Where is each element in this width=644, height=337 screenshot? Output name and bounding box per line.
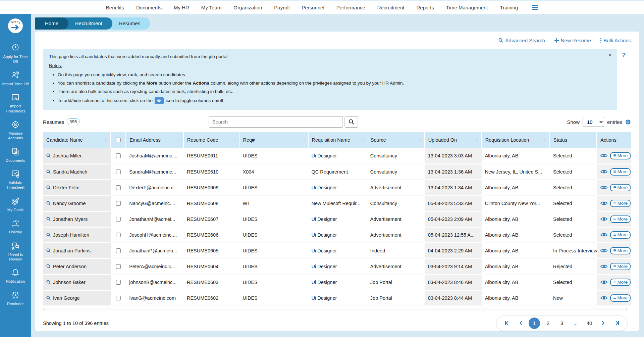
row-checkbox[interactable] <box>116 170 121 174</box>
page-button-1[interactable]: 1 <box>529 318 540 329</box>
close-icon[interactable]: × <box>608 52 611 58</box>
sidebar-item-apply-time-off[interactable]: Apply for Time Off <box>1 43 30 64</box>
candidate-search-icon[interactable] <box>46 280 51 284</box>
sidebar-item-validate-timesheet[interactable]: Validate Timesheet <box>1 169 30 190</box>
row-checkbox[interactable] <box>116 264 121 269</box>
select-all-checkbox[interactable] <box>116 138 121 142</box>
more-button[interactable]: ≡More <box>610 263 631 270</box>
topnav-item[interactable]: Personnel <box>302 5 324 10</box>
page-size-select[interactable]: 10 <box>583 117 604 127</box>
more-button[interactable]: ≡More <box>610 200 631 207</box>
sidebar-item-import-time-off[interactable]: Import Time Off <box>1 70 30 86</box>
sort-icon[interactable]: ↑↓ <box>302 138 305 142</box>
bulk-actions-button[interactable]: Bulk Actions <box>600 38 631 43</box>
candidate-search-icon[interactable] <box>46 201 51 205</box>
hamburger-menu-icon[interactable] <box>532 5 538 10</box>
sort-icon[interactable]: ↑↓ <box>419 138 422 142</box>
topnav-item[interactable]: Recruitment <box>377 5 405 10</box>
column-header-resume-code[interactable]: Resume Code↑↓ <box>183 132 239 148</box>
more-button[interactable]: ≡More <box>610 294 631 302</box>
row-checkbox[interactable] <box>116 153 121 158</box>
candidate-search-icon[interactable] <box>46 233 51 237</box>
sidebar-menu-button[interactable]: Menu <box>8 18 23 35</box>
sort-icon[interactable]: ↑↓ <box>177 138 180 142</box>
next-page-button[interactable] <box>597 318 609 329</box>
row-checkbox[interactable] <box>116 280 121 285</box>
column-settings-gear-icon[interactable] <box>625 119 631 125</box>
column-header-uploaded-on[interactable]: Uploaded On↑↓ <box>425 132 482 148</box>
more-button[interactable]: ≡More <box>610 215 631 223</box>
candidate-search-icon[interactable] <box>46 264 51 269</box>
sidebar-item-documents[interactable]: Documents <box>1 147 30 163</box>
first-page-button[interactable] <box>501 318 513 329</box>
topnav-item[interactable]: My Team <box>201 5 222 10</box>
page-button-3[interactable]: 3 <box>556 318 568 329</box>
sort-icon[interactable]: ↑↓ <box>544 138 547 142</box>
sidebar-item-import-timesheets[interactable]: Import Timesheets <box>1 92 30 113</box>
row-checkbox[interactable] <box>116 185 121 190</box>
sidebar-item-notification[interactable]: Notification <box>1 268 30 284</box>
more-button[interactable]: ≡More <box>610 231 631 239</box>
sort-icon[interactable]: ↑↓ <box>233 138 236 142</box>
column-header-source[interactable]: Source↑↓ <box>367 132 425 148</box>
view-button[interactable] <box>600 153 608 158</box>
view-button[interactable] <box>600 248 608 253</box>
candidate-search-icon[interactable] <box>46 296 51 300</box>
sort-icon-active-desc[interactable]: ↑↓ <box>476 138 479 142</box>
candidate-search-icon[interactable] <box>46 170 51 174</box>
sidebar-item-i-need-to-review[interactable]: I Need to Review <box>1 241 30 262</box>
search-button[interactable] <box>344 116 358 128</box>
sidebar-item-my-goals[interactable]: My Goals <box>1 196 30 212</box>
last-page-button[interactable] <box>611 318 623 329</box>
topnav-item[interactable]: Training <box>500 5 518 10</box>
view-button[interactable] <box>600 280 608 285</box>
prev-page-button[interactable] <box>515 318 526 329</box>
view-button[interactable] <box>600 232 608 237</box>
column-header-req[interactable]: Req#↑↓ <box>239 132 308 148</box>
topnav-item[interactable]: Reports <box>417 5 434 10</box>
row-checkbox[interactable] <box>116 217 121 222</box>
page-button-2[interactable]: 2 <box>542 318 554 329</box>
column-header-candidate-name[interactable]: Candidate Name↑↓ <box>43 132 111 148</box>
tab-home[interactable]: Home <box>35 17 68 30</box>
sidebar-item-reminder[interactable]: Reminder <box>1 290 30 306</box>
topnav-item[interactable]: Documents <box>136 5 162 10</box>
view-button[interactable] <box>600 201 608 206</box>
more-button[interactable]: ≡More <box>610 279 631 286</box>
candidate-search-icon[interactable] <box>46 153 51 158</box>
horizontal-scrollbar[interactable] <box>43 308 627 311</box>
more-button[interactable]: ≡More <box>610 247 631 254</box>
topnav-item[interactable]: My HR <box>174 5 189 10</box>
sort-icon[interactable]: ↑↓ <box>105 138 108 142</box>
candidate-search-icon[interactable] <box>46 185 51 190</box>
sort-icon[interactable]: ↑↓ <box>361 138 364 142</box>
row-checkbox[interactable] <box>116 248 121 253</box>
new-resume-button[interactable]: New Resume <box>554 38 591 43</box>
view-button[interactable] <box>600 169 608 174</box>
view-button[interactable] <box>600 264 608 269</box>
topnav-item[interactable]: Organization <box>233 5 262 10</box>
search-input[interactable] <box>209 116 343 128</box>
topnav-item[interactable]: Performance <box>336 5 365 10</box>
column-header-requisition-name[interactable]: Requisition Name↑↓ <box>308 132 367 148</box>
sidebar-item-manage-accruals[interactable]: Manage Accruals <box>1 119 30 141</box>
topnav-item[interactable]: Payroll <box>274 5 289 10</box>
row-checkbox[interactable] <box>116 201 121 206</box>
view-button[interactable] <box>600 216 608 222</box>
advanced-search-button[interactable]: Advanced Search <box>498 38 545 43</box>
view-button[interactable] <box>600 295 608 300</box>
column-header-requisition-location[interactable]: Requisition Location↑↓ <box>482 132 550 148</box>
sidebar-item-holiday[interactable]: Holiday <box>1 218 30 234</box>
page-button-40[interactable]: 40 <box>584 318 595 329</box>
column-header-email[interactable]: Email Address↑↓ <box>126 132 183 148</box>
view-button[interactable] <box>600 185 608 190</box>
row-checkbox[interactable] <box>116 233 121 237</box>
help-icon[interactable]: ? <box>617 49 631 110</box>
more-button[interactable]: ≡More <box>610 152 631 159</box>
topnav-item[interactable]: Time Management <box>446 5 488 10</box>
more-button[interactable]: ≡More <box>610 168 631 176</box>
candidate-search-icon[interactable] <box>46 248 51 253</box>
row-checkbox[interactable] <box>116 296 121 300</box>
candidate-search-icon[interactable] <box>46 217 51 221</box>
topnav-item[interactable]: Benefits <box>106 5 124 10</box>
